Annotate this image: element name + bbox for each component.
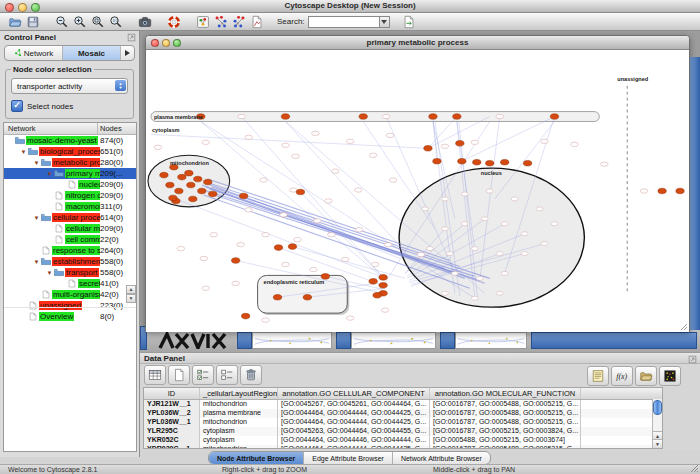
matrix-icon[interactable] — [659, 366, 681, 386]
network-node[interactable] — [427, 247, 434, 251]
network-node-selected-color[interactable] — [288, 244, 296, 250]
network-node[interactable] — [382, 114, 390, 118]
network-node[interactable] — [346, 139, 354, 143]
zoom-selected-icon[interactable]: 1:1 — [107, 14, 125, 30]
cell-value[interactable]: plasma membrane — [200, 409, 278, 418]
float-data-panel-icon[interactable] — [688, 355, 697, 364]
network-node[interactable] — [154, 145, 162, 149]
app-resize-grip-icon[interactable] — [690, 464, 699, 473]
select-attributes-icon[interactable] — [192, 365, 214, 385]
network-node-selected-color[interactable] — [204, 179, 212, 185]
background-overview-window[interactable] — [156, 332, 238, 349]
expander-icon[interactable]: ▼ — [45, 171, 54, 177]
network-node-selected-color[interactable] — [676, 188, 684, 194]
network-node[interactable] — [501, 271, 508, 275]
network-node[interactable] — [332, 169, 340, 173]
search-dropdown-button[interactable] — [379, 16, 390, 28]
cell-value[interactable]: mitochondrion — [200, 400, 278, 409]
network-node-selected-color[interactable] — [160, 172, 168, 178]
annotation-icon[interactable] — [248, 14, 266, 30]
formula-icon[interactable]: f(x) — [611, 366, 633, 386]
network-node[interactable] — [312, 131, 320, 135]
network-node[interactable] — [446, 252, 453, 256]
network-node[interactable] — [381, 308, 389, 312]
network-node[interactable] — [551, 222, 558, 226]
network-node[interactable] — [294, 237, 302, 241]
network-node-selected-color[interactable] — [550, 114, 558, 120]
scrollbar-thumb[interactable] — [653, 400, 662, 415]
cell-value[interactable]: [GO:0044464, GO:0044444, GO:0044425, G..… — [278, 409, 430, 418]
network-node[interactable] — [341, 257, 349, 261]
network-node[interactable] — [355, 228, 363, 232]
table-row[interactable]: YDR039C__1mitochondrion[GO:0044464, GO:0… — [144, 445, 662, 449]
network-node[interactable] — [314, 219, 322, 223]
cell-value[interactable]: [GO:0016787, GO:0005488, GO:0005215, G..… — [430, 445, 581, 449]
node-color-dropdown[interactable]: transporter activity ▲▼ — [11, 78, 128, 94]
table-row[interactable]: YKR052Ccytoplasm[GO:0044464, GO:0044446,… — [144, 436, 662, 445]
network-canvas[interactable]: plasma membranecytoplasmmitochondrionnuc… — [146, 50, 689, 332]
network-node[interactable] — [640, 189, 648, 193]
graphics-details-icon[interactable] — [194, 14, 212, 30]
background-window-bar[interactable] — [531, 332, 697, 349]
table-scrollbar[interactable]: ▲ ▼ — [652, 399, 662, 448]
tree-row[interactable]: ▼primary metabo209(... — [4, 168, 136, 179]
network-node[interactable] — [442, 227, 449, 231]
notes-icon[interactable] — [587, 366, 609, 386]
network-node-selected-color[interactable] — [273, 294, 281, 300]
network-node[interactable] — [369, 153, 377, 157]
tree-row[interactable]: ▼metabolic process280(0) — [4, 157, 136, 168]
network-node-selected-color[interactable] — [194, 176, 202, 182]
tree-row[interactable]: cellular metabol209(0) — [4, 223, 136, 234]
network-node[interactable] — [280, 213, 288, 217]
background-window-thumbnail[interactable] — [351, 332, 436, 349]
background-window-bar[interactable] — [237, 332, 252, 349]
network-node[interactable] — [471, 140, 479, 144]
table-row[interactable]: YPL036W__1mitochondrion[GO:0044464, GO:0… — [144, 418, 662, 427]
network-node[interactable] — [541, 139, 549, 143]
open-icon[interactable] — [6, 14, 24, 30]
new-attribute-icon[interactable] — [168, 365, 190, 385]
network-node-selected-color[interactable] — [373, 292, 381, 298]
cell-value[interactable]: mitochondrion — [200, 418, 278, 427]
tab-network-attribute-browser[interactable]: Network Attribute Browser — [393, 452, 490, 464]
network-node[interactable] — [210, 233, 218, 237]
cell-id[interactable]: YJR121W__1 — [144, 400, 200, 409]
network-node-selected-color[interactable] — [369, 279, 377, 285]
network-node[interactable] — [282, 262, 290, 266]
network-node[interactable] — [511, 197, 518, 201]
network-node[interactable] — [441, 144, 449, 148]
network-node-selected-color[interactable] — [486, 160, 494, 166]
network-node[interactable] — [384, 242, 392, 246]
network-node[interactable] — [461, 222, 468, 226]
cell-value[interactable]: [GO:0005488, GO:0005215, GO:0003674] — [430, 436, 581, 445]
layout-nodes-alt-icon[interactable] — [230, 14, 248, 30]
network-node[interactable] — [238, 114, 246, 118]
cell-id[interactable]: YDR039C__1 — [144, 445, 200, 449]
network-node-selected-color[interactable] — [500, 159, 508, 165]
expander-icon[interactable]: ▼ — [32, 215, 41, 221]
network-node[interactable] — [202, 140, 210, 144]
tree-row[interactable]: secretion41(0) — [4, 278, 136, 289]
tree-row[interactable]: response to stimulu264(0) — [4, 245, 136, 256]
tree-row[interactable]: nucleobase-209(0) — [4, 179, 136, 190]
network-node-selected-color[interactable] — [424, 146, 432, 152]
expander-icon[interactable]: ▼ — [45, 270, 54, 276]
cell-value[interactable]: [GO:0044464, GO:0044444, GO:0044425, G..… — [278, 445, 430, 449]
scroll-up-icon[interactable]: ▲ — [126, 285, 136, 294]
cell-value[interactable]: [GO:0016787, GO:0005488, GO:0005215, G..… — [430, 409, 581, 418]
network-node-selected-color[interactable] — [274, 245, 282, 251]
background-window-thumbnail[interactable] — [455, 332, 527, 349]
zoom-out-icon[interactable] — [53, 14, 71, 30]
more-tabs-arrow[interactable] — [121, 46, 134, 60]
cell-value[interactable]: [GO:0044464, GO:0044446, GO:0044444, G..… — [278, 436, 430, 445]
background-window-bar[interactable] — [440, 332, 455, 349]
network-node[interactable] — [202, 286, 210, 290]
tree-row[interactable]: cell communicat22(0) — [4, 234, 136, 245]
zoom-fit-icon[interactable] — [89, 14, 107, 30]
tree-row[interactable]: ▼cellular process614(0) — [4, 212, 136, 223]
network-node[interactable] — [325, 199, 333, 203]
help-lifebuoy-icon[interactable] — [165, 14, 183, 30]
network-node[interactable] — [386, 133, 394, 137]
select-nodes-checkbox[interactable]: ✓ — [11, 100, 23, 112]
network-node-selected-color[interactable] — [433, 158, 441, 164]
